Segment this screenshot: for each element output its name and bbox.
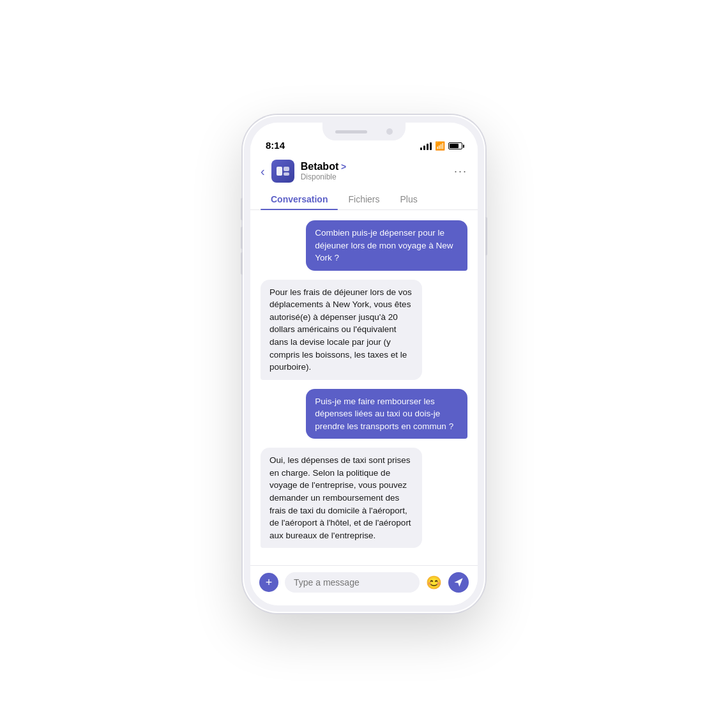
svg-rect-0: [277, 167, 282, 176]
message-user-2: Puis-je me faire rembourser les dépenses…: [306, 389, 467, 439]
bot-avatar: [271, 160, 294, 183]
chat-tabs: Conversation Fichiers Plus: [261, 189, 467, 209]
svg-rect-1: [284, 167, 289, 171]
add-attachment-button[interactable]: +: [259, 573, 278, 592]
tab-fichiers[interactable]: Fichiers: [338, 189, 390, 209]
tab-plus[interactable]: Plus: [390, 189, 427, 209]
battery-icon: [448, 142, 462, 149]
messages-area: Combien puis-je dépenser pour le déjeune…: [250, 210, 478, 565]
send-button[interactable]: [448, 572, 469, 593]
svg-rect-2: [284, 172, 289, 176]
emoji-button[interactable]: 😊: [426, 575, 442, 590]
wifi-icon: 📶: [435, 141, 445, 151]
bot-status: Disponible: [301, 172, 454, 181]
phone-frame: 8:14 📶 ‹: [243, 115, 485, 613]
message-input[interactable]: [285, 572, 420, 593]
message-bot-1: Pour les frais de déjeuner lors de vos d…: [261, 280, 422, 380]
chat-header-top: ‹ Betabot > Disponible ···: [261, 160, 467, 183]
status-icons: 📶: [420, 141, 462, 151]
notch: [322, 123, 406, 140]
speaker: [335, 130, 367, 133]
message-user-1: Combien puis-je dépenser pour le déjeune…: [306, 220, 467, 271]
bot-name: Betabot >: [301, 161, 454, 172]
message-bot-2: Oui, les dépenses de taxi sont prises en…: [261, 448, 422, 548]
back-button[interactable]: ‹: [261, 164, 265, 179]
status-time: 8:14: [266, 140, 420, 151]
status-bar: 8:14 📶: [250, 123, 478, 155]
camera-dot: [386, 128, 393, 135]
more-button[interactable]: ···: [454, 165, 467, 178]
bot-info: Betabot > Disponible: [301, 161, 454, 181]
chat-header: ‹ Betabot > Disponible ··· C: [250, 155, 478, 210]
signal-icon: [420, 142, 432, 150]
input-bar: + 😊: [250, 565, 478, 605]
phone-screen: 8:14 📶 ‹: [250, 123, 478, 605]
tab-conversation[interactable]: Conversation: [261, 189, 338, 209]
